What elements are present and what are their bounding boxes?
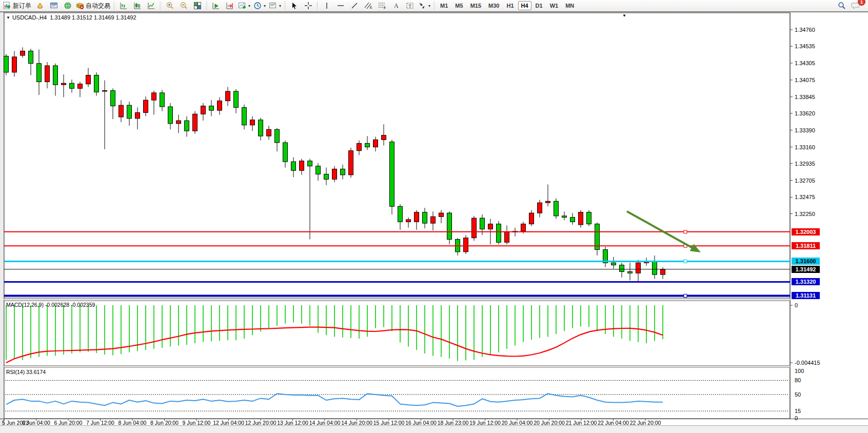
candle-body (316, 166, 321, 174)
price-axis-tick: 1.32250 (795, 211, 815, 217)
candle-body (546, 201, 550, 203)
candle-body (406, 220, 411, 222)
candle-body (423, 212, 427, 223)
rsi-axis-label: 50 (795, 391, 801, 398)
candle-body (160, 93, 165, 107)
candle-body (439, 213, 444, 216)
candle-body (29, 51, 33, 63)
candle-body (176, 121, 181, 124)
price-line-label: 1.31811 (792, 242, 820, 249)
price-axis-tick: 1.33620 (795, 110, 815, 116)
macd-pane-border (4, 301, 790, 366)
candle-body (554, 201, 559, 216)
candle-body (234, 91, 239, 107)
candle-body (53, 66, 58, 85)
candle-body (283, 143, 288, 162)
price-line-label: 1.31131 (792, 292, 820, 299)
price-pane-border (4, 13, 790, 298)
candle-body (300, 161, 304, 171)
rsi-axis-label: 15 (795, 408, 801, 414)
candle-body (636, 263, 641, 273)
chart-canvas[interactable] (0, 0, 868, 433)
price-axis-tick: 1.34075 (795, 77, 815, 83)
price-axis-tick: 1.34535 (795, 43, 815, 49)
candle-body (357, 143, 362, 150)
macd-values: -0.002628 -0.002359 (45, 302, 95, 308)
candle-body (390, 142, 394, 207)
price-line-label: 1.31492 (792, 266, 820, 273)
candle-body (226, 91, 230, 101)
macd-axis-label: 0 (795, 302, 798, 308)
candle-body (480, 218, 485, 229)
candle-body (45, 66, 50, 82)
candle-body (144, 100, 148, 112)
candle-body (86, 75, 91, 84)
candle-body (111, 91, 115, 106)
candle-body (209, 106, 214, 111)
candle-body (332, 169, 337, 179)
candle-body (661, 269, 665, 274)
candle-body (447, 213, 452, 239)
candle-body (308, 161, 312, 166)
price-axis-tick: 1.33160 (795, 144, 815, 150)
candle-body (611, 263, 616, 265)
chart-ohlc: 1.31489 1.31512 1.31469 1.31492 (50, 14, 136, 21)
candle-body (653, 261, 657, 274)
candle-body (119, 105, 124, 117)
candle-body (529, 213, 534, 224)
chart-dropdown-icon[interactable]: ▼ (6, 15, 10, 20)
candle-body (37, 64, 42, 82)
candle-body (193, 114, 198, 131)
candle-body (103, 91, 107, 91)
rsi-axis-label: 80 (795, 377, 801, 383)
candle-body (464, 238, 468, 252)
pane-splitter (4, 366, 790, 368)
candle-body (275, 129, 280, 143)
candle-body (201, 106, 206, 114)
candle-body (250, 120, 255, 125)
candle-body (365, 143, 370, 147)
macd-axis-label: -0.004415 (795, 360, 820, 366)
candle-body (349, 151, 353, 175)
candle-body (570, 218, 575, 222)
candle-body (521, 224, 526, 231)
candle-body (505, 232, 509, 242)
pane-splitter (4, 299, 790, 301)
candle-body (94, 75, 99, 92)
line-handle[interactable] (684, 260, 687, 263)
price-axis-tick: 1.33390 (795, 127, 815, 133)
chart-shift-marker[interactable]: ▼ (622, 13, 626, 18)
rsi-name: RSI(14) (6, 369, 25, 375)
candle-body (4, 56, 9, 72)
rsi-axis-label: 0 (795, 415, 798, 421)
price-axis-tick: 1.33845 (795, 94, 815, 100)
status-bar (0, 425, 868, 433)
chart-symbol: USDCAD-,H4 (12, 14, 47, 21)
candle-body (62, 83, 66, 85)
rsi-axis-label: 100 (795, 368, 804, 374)
candle-body (628, 271, 633, 273)
candle-body (415, 212, 419, 222)
candle-body (21, 51, 25, 55)
candle-body (579, 212, 583, 225)
candle-body (341, 169, 345, 174)
line-handle[interactable] (684, 294, 687, 297)
line-handle[interactable] (684, 230, 687, 233)
price-line-label: 1.31600 (792, 258, 820, 265)
price-axis-tick: 1.32475 (795, 194, 815, 200)
price-line-label: 1.32003 (792, 228, 820, 235)
candle-body (398, 206, 403, 222)
candle-body (70, 83, 74, 88)
candle-body (242, 107, 247, 125)
rsi-label: RSI(14) 33.6174 (6, 369, 46, 375)
candle-body (382, 135, 386, 140)
candle-body (12, 57, 17, 72)
candle-body (127, 105, 132, 119)
rsi-value: 33.6174 (26, 369, 46, 375)
candle-body (587, 212, 591, 224)
price-line-label: 1.31320 (792, 278, 820, 285)
candle-body (373, 140, 378, 147)
rsi-line (6, 393, 663, 406)
candle-body (538, 203, 542, 213)
candle-body (488, 224, 493, 229)
